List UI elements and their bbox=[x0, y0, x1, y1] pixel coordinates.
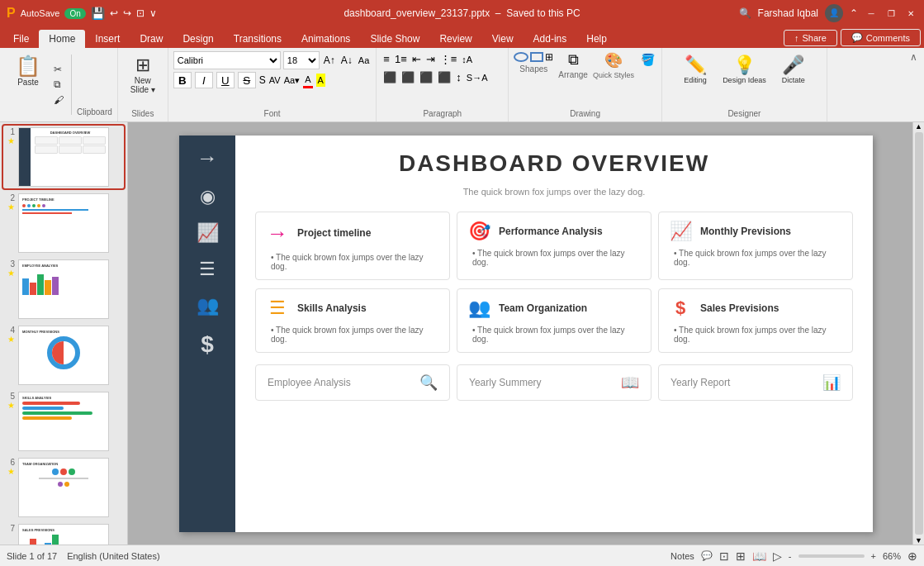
slide-thumb-2[interactable]: 2 ★ PROJECT TIMELINE bbox=[3, 192, 124, 254]
save-icon[interactable]: 💾 bbox=[91, 7, 105, 20]
zoom-out-button[interactable]: - bbox=[789, 551, 792, 561]
autosave-label: AutoSave bbox=[21, 8, 60, 18]
align-center-button[interactable]: ⬛ bbox=[400, 69, 416, 85]
line-spacing-button[interactable]: ↕ bbox=[454, 69, 463, 85]
bullets-button[interactable]: ≡ bbox=[381, 51, 391, 67]
team-title: Team Organization bbox=[499, 302, 587, 314]
presentation-mode-icon[interactable]: ⊡ bbox=[136, 7, 145, 19]
smart-art-button[interactable]: S→A bbox=[465, 71, 490, 84]
increase-font-size-button[interactable]: A↑ bbox=[322, 53, 337, 68]
bold-button[interactable]: B bbox=[173, 72, 192, 88]
vertical-scrollbar[interactable]: ▲ ▼ bbox=[912, 122, 924, 545]
tab-insert[interactable]: Insert bbox=[85, 30, 130, 48]
ribbon-collapse-arrow[interactable]: ∧ bbox=[910, 51, 917, 63]
tab-design[interactable]: Design bbox=[173, 30, 223, 48]
clear-format-button[interactable]: Aa bbox=[357, 54, 371, 67]
card-skills-analysis[interactable]: ☰ Skills Analysis The quick brown fox ju… bbox=[255, 288, 450, 353]
slide-thumb-6[interactable]: 6 ★ TEAM ORGANIZATION bbox=[3, 456, 124, 519]
justify-button[interactable]: ⬛ bbox=[436, 69, 453, 85]
redo-icon[interactable]: ↪ bbox=[123, 7, 131, 19]
autosave-toggle[interactable]: On bbox=[64, 8, 85, 19]
slide-thumb-3[interactable]: 3 ★ EMPLOYEE ANALYSIS bbox=[3, 258, 124, 321]
slide-thumb-4[interactable]: 4 ★ MONTHLY PREVISIONS bbox=[3, 324, 124, 387]
copy-button[interactable]: ⧉ bbox=[51, 78, 66, 91]
card-team-organization[interactable]: 👥 Team Organization The quick brown fox … bbox=[457, 288, 652, 353]
sidebar-speedometer-icon[interactable]: ◉ bbox=[200, 186, 216, 207]
format-painter-button[interactable]: 🖌 bbox=[51, 93, 66, 107]
strikethrough-button[interactable]: S bbox=[238, 72, 256, 88]
font-family-select[interactable]: Calibri bbox=[173, 51, 281, 69]
tab-help[interactable]: Help bbox=[576, 30, 617, 48]
card-performance-analysis[interactable]: 🎯 Performance Analysis The quick brown f… bbox=[457, 212, 652, 280]
more-shapes-button[interactable]: ⊞ bbox=[545, 51, 553, 63]
dictate-button[interactable]: 🎤 Dictate bbox=[775, 51, 813, 88]
sidebar-dollar-icon[interactable]: $ bbox=[201, 331, 214, 358]
tab-animations[interactable]: Animations bbox=[291, 30, 360, 48]
bottom-card-employee-analysis[interactable]: Employee Analysis 🔍 bbox=[255, 364, 450, 401]
fit-slide-button[interactable]: ⊕ bbox=[907, 549, 917, 563]
oval-shape[interactable] bbox=[514, 52, 528, 62]
sidebar-people-icon[interactable]: 👥 bbox=[197, 295, 219, 316]
bottom-card-yearly-report[interactable]: Yearly Report 📊 bbox=[658, 364, 853, 401]
font-color-button[interactable]: A bbox=[303, 73, 312, 88]
design-ideas-button[interactable]: 💡 Design Ideas bbox=[718, 51, 771, 88]
align-right-button[interactable]: ⬛ bbox=[418, 69, 434, 85]
columns-button[interactable]: ⋮≡ bbox=[438, 51, 459, 67]
ribbon-collapse-icon[interactable]: ⌃ bbox=[850, 7, 858, 19]
notes-button[interactable]: Notes bbox=[670, 551, 694, 561]
zoom-slider[interactable] bbox=[798, 554, 865, 558]
minimize-button[interactable]: ─ bbox=[865, 7, 878, 20]
slide-sorter-button[interactable]: ⊞ bbox=[736, 549, 746, 563]
tab-view[interactable]: View bbox=[482, 30, 524, 48]
undo-icon[interactable]: ↩ bbox=[110, 7, 118, 19]
underline-button[interactable]: U bbox=[216, 72, 235, 88]
search-icon[interactable]: 🔍 bbox=[739, 7, 751, 19]
increase-indent-button[interactable]: ⇥ bbox=[424, 51, 437, 67]
shape-fill-button[interactable]: 🪣 bbox=[639, 51, 656, 68]
slide-thumb-5[interactable]: 5 ★ SKILLS ANALYSIS bbox=[3, 390, 124, 453]
new-slide-button[interactable]: ⊞ New Slide ▾ bbox=[123, 51, 163, 98]
text-shadow-button[interactable]: S bbox=[259, 74, 266, 86]
close-button[interactable]: ✕ bbox=[904, 7, 917, 20]
font-case-button[interactable]: Aa▾ bbox=[284, 75, 300, 86]
rect-shape[interactable] bbox=[530, 52, 543, 62]
char-spacing-button[interactable]: AV bbox=[269, 75, 281, 85]
normal-view-button[interactable]: ⊡ bbox=[719, 549, 729, 563]
slide-thumb-1[interactable]: 1 ★ DASHBOARD OVERVIEW bbox=[3, 126, 124, 188]
card-monthly-previsions[interactable]: 📈 Monthly Previsions The quick brown fox… bbox=[658, 212, 853, 280]
editing-button[interactable]: ✏️ Editing bbox=[676, 51, 714, 88]
align-left-button[interactable]: ⬛ bbox=[381, 69, 398, 85]
slideshow-button[interactable]: ▷ bbox=[773, 549, 782, 563]
tab-review[interactable]: Review bbox=[429, 30, 481, 48]
text-direction-button[interactable]: ↕A bbox=[460, 53, 474, 66]
font-size-select[interactable]: 18 bbox=[283, 51, 320, 69]
italic-button[interactable]: I bbox=[195, 72, 213, 88]
more-tools-icon[interactable]: ∨ bbox=[149, 7, 157, 19]
numbering-button[interactable]: 1≡ bbox=[393, 51, 409, 67]
highlight-color-button[interactable]: A bbox=[316, 74, 325, 87]
tab-addins[interactable]: Add-ins bbox=[524, 30, 577, 48]
bottom-card-yearly-summery[interactable]: Yearly Summery 📖 bbox=[457, 364, 652, 401]
comments-button[interactable]: 💬 Comments bbox=[841, 29, 921, 46]
tab-transitions[interactable]: Transitions bbox=[224, 30, 291, 48]
tab-home[interactable]: Home bbox=[39, 30, 85, 48]
sidebar-arrow-icon[interactable]: → bbox=[197, 145, 218, 171]
card-sales-previsions[interactable]: $ Sales Previsions The quick brown fox j… bbox=[658, 288, 853, 353]
sidebar-list-icon[interactable]: ☰ bbox=[199, 259, 216, 280]
share-button[interactable]: ↑ Share bbox=[784, 30, 837, 46]
tab-slideshow[interactable]: Slide Show bbox=[360, 30, 429, 48]
reading-view-button[interactable]: 📖 bbox=[752, 549, 766, 563]
slide-thumb-7[interactable]: 7 ★ SALES PREVISIONS bbox=[3, 522, 124, 545]
project-timeline-text: The quick brown fox jumps over the lazy … bbox=[264, 253, 441, 271]
decrease-indent-button[interactable]: ⇤ bbox=[410, 51, 423, 67]
cut-button[interactable]: ✂ bbox=[51, 63, 66, 76]
zoom-in-button[interactable]: + bbox=[871, 551, 876, 561]
comments-view-button[interactable]: 💬 bbox=[701, 550, 713, 561]
card-project-timeline[interactable]: → Project timeline The quick brown fox j… bbox=[255, 212, 450, 280]
tab-draw[interactable]: Draw bbox=[130, 30, 173, 48]
decrease-font-size-button[interactable]: A↓ bbox=[339, 53, 354, 68]
tab-file[interactable]: File bbox=[3, 30, 39, 48]
paste-button[interactable]: 📋 Paste bbox=[8, 51, 48, 90]
sidebar-chart-icon[interactable]: 📈 bbox=[197, 222, 219, 244]
restore-button[interactable]: ❐ bbox=[884, 7, 898, 20]
